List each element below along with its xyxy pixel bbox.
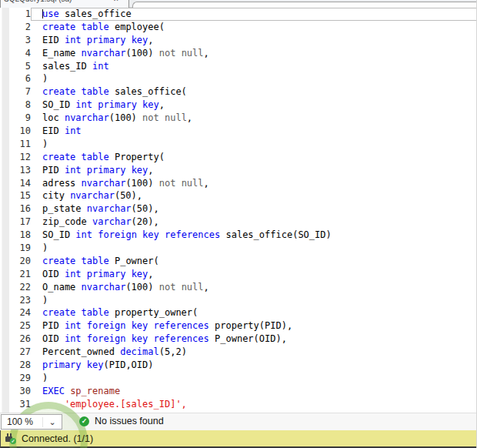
line-number: 1 [0,8,31,21]
editor-status-row: 100 % ⌄ ✓ No issues found [0,413,477,430]
line-number: 31 [0,398,31,411]
line-number: 14 [0,177,31,190]
code-text[interactable]: city nvarchar(50), [31,189,477,202]
code-line[interactable]: 7create table sales_office( [0,85,477,99]
code-text[interactable]: primary key(PID,OID) [31,359,477,372]
code-text[interactable]: EID int primary key, [31,34,477,47]
code-text[interactable]: OID int foreign key references P_owner(O… [31,333,477,346]
code-line[interactable]: 27Percent_owned decimal(5,2) [0,346,477,359]
line-number: 11 [0,138,31,151]
code-text[interactable]: p_state nvarchar(50), [31,202,477,216]
code-line[interactable]: 30EXEC sp_rename [0,385,477,398]
code-text[interactable]: SO_ID int foreign key references sales_o… [31,229,477,242]
code-text[interactable]: ) [31,72,477,85]
line-number: 25 [0,319,31,333]
code-line[interactable]: 8SO_ID int primary key, [0,99,477,112]
code-text[interactable]: use sales_office [31,8,477,21]
code-line[interactable]: 3EID int primary key, [0,34,477,47]
line-number: 18 [0,229,31,242]
line-number: 12 [0,151,31,164]
code-line[interactable]: 9loc nvarchar(100) not null, [0,112,477,125]
code-line[interactable]: 31 'employee.[sales_ID]', [0,398,477,411]
code-text[interactable]: sales_ID int [31,60,477,73]
line-number: 22 [0,281,31,294]
code-text[interactable]: adress nvarchar(100) not null, [31,177,477,190]
code-line[interactable]: 13PID int primary key, [0,164,477,177]
line-number: 10 [0,125,31,138]
code-line[interactable]: 1use sales_office [0,8,477,21]
code-line[interactable]: 20create table P_owner( [0,255,477,268]
code-text[interactable]: ) [31,294,477,307]
code-text[interactable]: zip_code varchar(20), [31,216,477,229]
line-number: 9 [0,112,31,125]
code-line[interactable]: 12create table Property( [0,151,477,164]
code-text[interactable]: SO_ID int primary key, [31,99,477,112]
code-text[interactable]: OID int primary key, [31,268,477,281]
code-editor[interactable]: 1use sales_office2create table employee(… [0,8,477,413]
code-line[interactable]: 16p_state nvarchar(50), [0,202,477,216]
code-text[interactable]: create table property_owner( [31,306,477,319]
code-text[interactable]: loc nvarchar(100) not null, [31,112,477,125]
code-line[interactable]: 29) [0,372,477,385]
code-text[interactable]: Percent_owned decimal(5,2) [31,346,477,359]
chevron-down-icon[interactable]: ⌄ [42,417,62,427]
code-line[interactable]: 18SO_ID int foreign key references sales… [0,229,477,242]
code-text[interactable]: O_name nvarchar(100) not null, [31,281,477,294]
code-line[interactable]: 14adress nvarchar(100) not null, [0,177,477,190]
code-line[interactable]: 4E_name nvarchar(100) not null, [0,47,477,60]
tab-sqlquery[interactable]: SQLQuery1.sql (sa) ✕ [0,0,129,8]
code-text[interactable]: create table employee( [31,21,477,34]
code-line[interactable]: 19) [0,242,477,255]
code-line[interactable]: 25PID int foreign key references propert… [0,319,477,333]
line-number: 6 [0,72,31,85]
connection-text: Connected. (1/1) [22,433,93,444]
line-number: 7 [0,85,31,99]
document-well-corner [132,2,477,8]
code-text[interactable]: EXEC sp_rename [31,385,477,398]
line-number: 21 [0,268,31,281]
code-text[interactable]: create table Property( [31,151,477,164]
code-line[interactable]: 10EID int [0,125,477,138]
code-line[interactable]: 2create table employee( [0,21,477,34]
line-number: 3 [0,34,31,47]
code-text[interactable]: ) [31,372,477,385]
line-number: 17 [0,216,31,229]
tab-strip: SQLQuery1.sql (sa) ✕ [0,0,477,8]
line-number: 8 [0,99,31,112]
code-line[interactable]: 26OID int foreign key references P_owner… [0,333,477,346]
zoom-select[interactable]: 100 % ⌄ [1,414,62,430]
line-number: 13 [0,164,31,177]
code-text[interactable]: ) [31,138,477,151]
code-line[interactable]: 24create table property_owner( [0,306,477,319]
code-line[interactable]: 6) [0,72,477,85]
line-number: 5 [0,60,31,73]
line-number: 29 [0,372,31,385]
code-line[interactable]: 11) [0,138,477,151]
code-text[interactable]: create table P_owner( [31,255,477,268]
code-text[interactable]: PID int foreign key references property(… [31,319,477,333]
close-icon[interactable]: ✕ [113,0,119,3]
code-line[interactable]: 21OID int primary key, [0,268,477,281]
code-line[interactable]: 15city nvarchar(50), [0,189,477,202]
code-text[interactable]: 'employee.[sales_ID]', [31,398,477,411]
code-line[interactable]: 5sales_ID int [0,60,477,73]
code-line[interactable]: 23) [0,294,477,307]
line-number: 2 [0,21,31,34]
line-number: 28 [0,359,31,372]
code-text[interactable]: E_name nvarchar(100) not null, [31,47,477,60]
code-text[interactable]: ) [31,242,477,255]
line-number: 30 [0,385,31,398]
code-text[interactable]: create table sales_office( [31,85,477,99]
line-number: 23 [0,294,31,307]
line-number: 20 [0,255,31,268]
code-text[interactable]: PID int primary key, [31,164,477,177]
code-line[interactable]: 28primary key(PID,OID) [0,359,477,372]
code-line[interactable]: 22O_name nvarchar(100) not null, [0,281,477,294]
code-text[interactable]: EID int [31,125,477,138]
issues-status: ✓ No issues found [79,416,164,426]
code-line[interactable]: 17zip_code varchar(20), [0,216,477,229]
line-number: 26 [0,333,31,346]
connection-status-bar: ✓ Connected. (1/1) [0,430,477,448]
sql-editor-window: { "tab": { "title": "SQLQuery1.sql (sa)"… [0,0,477,448]
check-circle-icon: ✓ [79,416,89,426]
